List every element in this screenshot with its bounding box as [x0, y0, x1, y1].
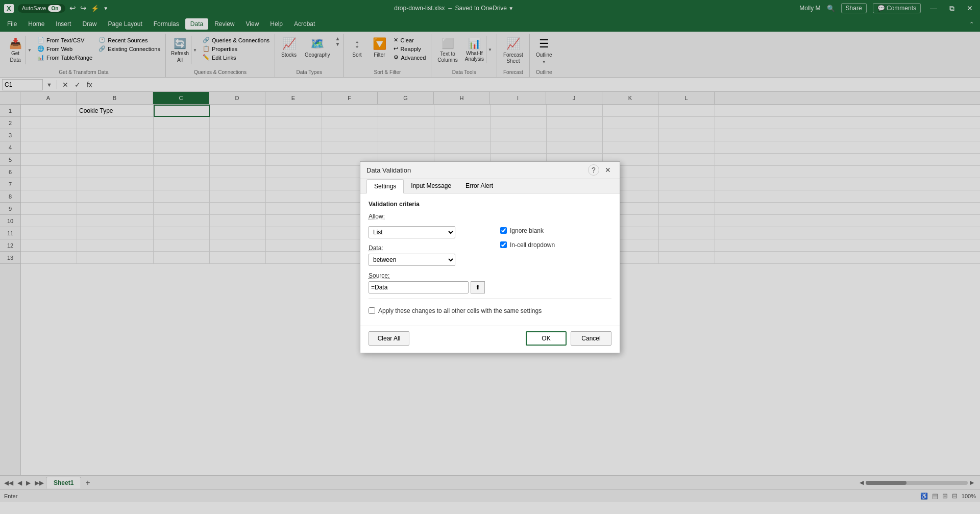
dialog-close-btn[interactable]: ✕ [602, 164, 614, 176]
source-label: Source: [369, 272, 485, 279]
data-validation-dialog: Data Validation ? ✕ Settings Input Messa… [360, 161, 620, 353]
data-label: Data: [369, 244, 485, 252]
ignore-blank-checkbox[interactable] [500, 227, 507, 234]
ignore-blank-label: Ignore blank [510, 227, 544, 234]
divider [369, 299, 611, 299]
apply-changes-row: Apply these changes to all other cells w… [369, 307, 611, 314]
dialog-footer: Clear All OK Cancel [360, 326, 620, 353]
clear-all-btn[interactable]: Clear All [369, 331, 409, 346]
validation-criteria-title: Validation criteria [369, 201, 611, 208]
dialog-overlay: Data Validation ? ✕ Settings Input Messa… [0, 0, 980, 502]
in-cell-dropdown-row: In-cell dropdown [500, 241, 611, 249]
dialog-body: Validation criteria Allow: List Any valu… [360, 193, 620, 326]
dialog-tab-settings[interactable]: Settings [366, 179, 404, 193]
apply-changes-checkbox[interactable] [369, 307, 375, 314]
source-input-row: ⬆ [369, 281, 485, 293]
data-select[interactable]: between not between equal to not equal t… [369, 254, 455, 266]
cancel-btn[interactable]: Cancel [571, 331, 611, 346]
ignore-blank-row: Ignore blank [500, 227, 611, 234]
source-range-btn[interactable]: ⬆ [471, 281, 485, 293]
apply-changes-label: Apply these changes to all other cells w… [378, 307, 542, 314]
ok-btn[interactable]: OK [526, 331, 567, 346]
dialog-help-btn[interactable]: ? [588, 164, 599, 176]
dialog-tab-input-message[interactable]: Input Message [404, 179, 458, 193]
dialog-tabs: Settings Input Message Error Alert [360, 179, 620, 193]
in-cell-dropdown-label: In-cell dropdown [510, 241, 555, 249]
in-cell-dropdown-checkbox[interactable] [500, 241, 507, 248]
source-input[interactable] [369, 281, 469, 293]
collapse-dialog-icon: ⬆ [475, 284, 480, 291]
dialog-title: Data Validation [366, 166, 411, 174]
dialog-title-bar: Data Validation ? ✕ [360, 162, 620, 179]
dialog-tab-error-alert[interactable]: Error Alert [458, 179, 500, 193]
allow-select[interactable]: List Any value Whole number Decimal Date… [369, 226, 455, 238]
allow-row: Allow: [369, 213, 485, 222]
allow-label: Allow: [369, 213, 385, 220]
